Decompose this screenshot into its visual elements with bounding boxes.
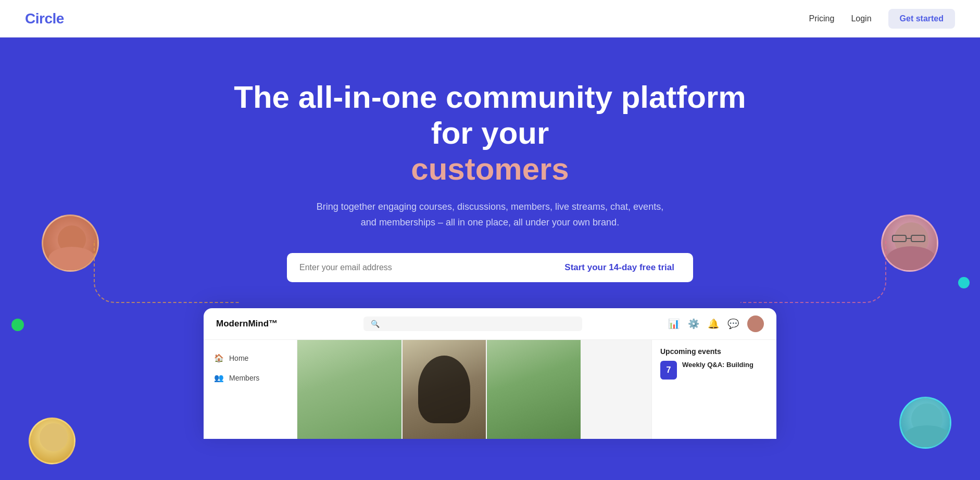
avatar-woman-pink <box>881 214 938 272</box>
avatar-woman-orange <box>42 214 99 272</box>
app-preview-card: ModernMind™ 🔍 📊 ⚙️ 🔔 💬 🏠 Home � <box>204 308 776 439</box>
app-topbar: ModernMind™ 🔍 📊 ⚙️ 🔔 💬 <box>204 308 776 340</box>
event-item: 7 Weekly Q&A: Building <box>660 361 768 380</box>
hero-title-highlight: customers <box>411 151 569 186</box>
content-image-2 <box>403 340 486 439</box>
content-image-1 <box>297 340 401 439</box>
dashed-line-left <box>94 241 240 303</box>
notifications-icon[interactable]: 🔔 <box>708 318 719 330</box>
avatar-face-right <box>883 216 937 270</box>
dot-green-accent <box>11 319 24 331</box>
analytics-icon[interactable]: 📊 <box>668 318 680 330</box>
app-topbar-icons: 📊 ⚙️ 🔔 💬 <box>668 315 764 332</box>
user-avatar[interactable] <box>747 315 764 332</box>
dot-teal-accent <box>958 277 970 288</box>
sidebar-item-members[interactable]: 👥 Members <box>204 368 297 388</box>
chat-icon[interactable]: 💬 <box>727 318 739 330</box>
content-images <box>297 340 651 439</box>
app-body: 🏠 Home 👥 Members <box>204 340 776 439</box>
app-sidebar: 🏠 Home 👥 Members <box>204 340 297 439</box>
email-input[interactable] <box>287 253 546 282</box>
avatar-face-left <box>43 216 97 270</box>
event-date-badge: 7 <box>660 361 677 380</box>
content-image-3 <box>487 340 581 439</box>
app-brand-name: ModernMind™ <box>216 319 278 329</box>
hero-title: The all-in-one community platform for yo… <box>230 79 750 187</box>
event-details: Weekly Q&A: Building <box>682 361 753 369</box>
members-icon: 👥 <box>214 373 224 383</box>
hero-subtitle: Bring together engaging courses, discuss… <box>313 199 667 230</box>
hero-email-form: Start your 14-day free trial <box>287 253 693 282</box>
sidebar-label-members: Members <box>229 374 259 382</box>
login-link[interactable]: Login <box>851 14 871 23</box>
events-title: Upcoming events <box>660 347 768 356</box>
events-panel: Upcoming events 7 Weekly Q&A: Building <box>651 340 776 439</box>
sidebar-label-home: Home <box>229 354 248 362</box>
hero-title-line1: The all-in-one community platform for yo… <box>234 80 746 150</box>
sidebar-item-home[interactable]: 🏠 Home <box>204 348 297 368</box>
dashed-line-right <box>740 241 886 303</box>
app-search-bar[interactable]: 🔍 <box>363 317 582 331</box>
avatar-face-bottom-left <box>30 419 74 463</box>
nav-links: Pricing Login Get started <box>809 9 955 29</box>
site-logo[interactable]: Circle <box>25 10 64 27</box>
event-name: Weekly Q&A: Building <box>682 361 753 369</box>
start-trial-button[interactable]: Start your 14-day free trial <box>546 253 693 282</box>
search-icon: 🔍 <box>371 320 380 328</box>
settings-icon[interactable]: ⚙️ <box>688 318 699 330</box>
get-started-button[interactable]: Get started <box>888 9 955 29</box>
pricing-link[interactable]: Pricing <box>809 14 834 23</box>
app-main-content: Upcoming events 7 Weekly Q&A: Building <box>297 340 776 439</box>
event-day: 7 <box>667 365 671 375</box>
avatar-man-teal <box>899 397 951 449</box>
home-icon: 🏠 <box>214 353 224 363</box>
navbar: Circle Pricing Login Get started <box>0 0 980 37</box>
avatar-person-yellow <box>29 418 76 464</box>
avatar-face-bottom-right <box>901 398 950 447</box>
hero-section: The all-in-one community platform for yo… <box>0 37 980 480</box>
